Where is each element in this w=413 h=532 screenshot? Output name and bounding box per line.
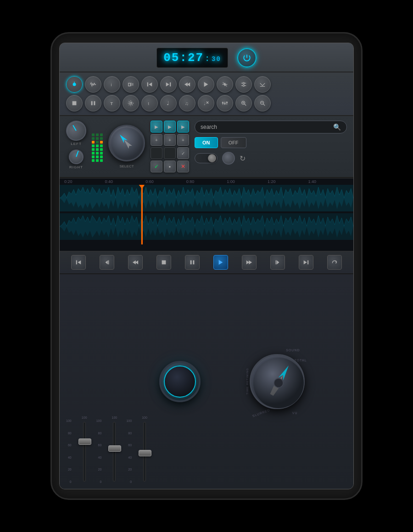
fader-track-1[interactable]: [83, 422, 86, 482]
btn-play[interactable]: [198, 76, 214, 93]
scale2-80: 80: [98, 432, 102, 435]
grid-btn-x[interactable]: ✕: [177, 161, 189, 172]
fader-track-2[interactable]: [113, 422, 116, 482]
svg-point-79: [274, 378, 283, 388]
btn-eq[interactable]: [235, 76, 252, 93]
btn-down[interactable]: [254, 76, 271, 93]
fader-channel-3: 100: [136, 416, 153, 483]
scale3-100: 100: [126, 419, 132, 422]
middle-section: LEFT RIGHT: [60, 116, 353, 178]
top-section: 05:27 : 30: [60, 43, 353, 72]
svg-text:♩: ♩: [167, 100, 169, 106]
btn-sync[interactable]: [123, 76, 139, 93]
grid-btn-sq1[interactable]: [151, 147, 162, 159]
btn-text[interactable]: T: [104, 95, 120, 111]
toggle-on-button[interactable]: ON: [195, 137, 218, 148]
btn-pause[interactable]: [85, 95, 101, 111]
svg-marker-63: [133, 260, 136, 265]
mini-round-knob[interactable]: [222, 152, 235, 165]
fader-scale-3: 100 80 60 40 20 0: [126, 419, 132, 483]
btn-lowercase-t[interactable]: t: [141, 95, 158, 111]
btn-note-x[interactable]: ♩: [198, 95, 214, 111]
refresh-icon[interactable]: ↻: [240, 154, 246, 163]
btn-note[interactable]: ♩: [160, 95, 177, 111]
svg-point-0: [73, 83, 76, 86]
search-bar[interactable]: 🔍: [195, 121, 347, 133]
svg-text:i: i: [111, 82, 112, 87]
waveform-canvas[interactable]: [60, 185, 353, 244]
grid-btn-check[interactable]: ✓: [151, 161, 162, 172]
search-input[interactable]: [201, 124, 330, 130]
playhead[interactable]: [142, 185, 143, 244]
btn-waveform[interactable]: [85, 76, 101, 93]
svg-marker-70: [249, 260, 252, 265]
mixer-section: 100 80 60 40 20 0 100 100 80: [60, 274, 353, 489]
scale-40: 40: [68, 456, 72, 459]
vu-dot-green: [92, 148, 95, 151]
btn-rewind[interactable]: [179, 76, 195, 93]
grid-btn-plus1[interactable]: +: [151, 134, 162, 146]
vu-col-3: [100, 133, 103, 162]
right-controls: 🔍 ON OFF ↻: [195, 121, 347, 172]
scale3-40: 40: [128, 456, 132, 459]
grid-btn-plus3[interactable]: +: [177, 134, 189, 146]
btn-zoom-in[interactable]: [235, 95, 252, 111]
btn-mixer[interactable]: [217, 95, 233, 111]
speed-knob[interactable]: [250, 354, 305, 409]
btn-record[interactable]: [66, 76, 83, 93]
btn-beamed-notes[interactable]: ♫: [179, 95, 195, 111]
select-knob[interactable]: [108, 125, 145, 161]
btn-stop[interactable]: [66, 95, 83, 111]
svg-marker-8: [149, 83, 152, 87]
btn-skip-fwd[interactable]: [160, 76, 177, 93]
svg-marker-14: [204, 82, 208, 87]
grid-btn-fwd[interactable]: ▶: [177, 121, 189, 133]
btn-fx1[interactable]: [217, 76, 233, 93]
fader-handle-1[interactable]: [78, 438, 91, 445]
btn-zoom-out[interactable]: [254, 95, 271, 111]
scale-0: 0: [70, 480, 72, 483]
playhead-marker: [140, 185, 145, 188]
fader-handle-2[interactable]: [108, 445, 121, 452]
transport-play[interactable]: [213, 255, 228, 270]
svg-rect-27: [73, 101, 77, 105]
svg-line-49: [263, 104, 265, 106]
fader-track-3[interactable]: [143, 422, 146, 482]
power-button[interactable]: [237, 48, 257, 67]
scale3-60: 60: [128, 443, 132, 447]
vu-dot: [100, 137, 103, 140]
fader-top-val-2: 100: [112, 416, 117, 419]
fader-scale: 100 80 60 40 20 0: [66, 419, 72, 483]
vu-dot-green: [100, 155, 103, 158]
grid-btn-play[interactable]: ▶: [164, 121, 176, 133]
transport-next[interactable]: [270, 255, 285, 270]
mini-toggle-1[interactable]: [195, 153, 218, 163]
scale2-100: 100: [96, 419, 102, 422]
transport-prev[interactable]: [100, 255, 114, 270]
grid-btn-check-top[interactable]: ✓: [177, 147, 189, 159]
vu-dot-green: [92, 144, 95, 147]
grid-btn-play-r[interactable]: ▶: [151, 121, 162, 133]
transport-rewind[interactable]: [128, 255, 143, 270]
btn-skip-back[interactable]: [141, 76, 158, 93]
transport-skip-end[interactable]: [299, 255, 313, 270]
grid-btn-plus2[interactable]: +: [164, 134, 176, 146]
toggle-off-button[interactable]: OFF: [221, 137, 246, 148]
transport-loop[interactable]: [327, 255, 342, 270]
right-knob[interactable]: [67, 147, 85, 166]
transport-stop[interactable]: [156, 255, 171, 270]
label-time-retiming: TIME RETIMING: [246, 368, 249, 394]
fader-group: 100 80 60 40 20 0 100 100 80: [66, 280, 153, 483]
grid-btn-sq2[interactable]: [164, 147, 176, 159]
transport-pause[interactable]: [185, 255, 200, 270]
vu-col-1: [92, 133, 95, 162]
transport-fastfwd[interactable]: [242, 255, 257, 270]
svg-point-31: [130, 102, 132, 104]
transport-skip-start[interactable]: [71, 255, 86, 270]
left-knob[interactable]: [62, 117, 90, 144]
fader-handle-3[interactable]: [139, 450, 151, 456]
volume-knob[interactable]: [159, 361, 201, 402]
btn-info[interactable]: i: [104, 76, 120, 93]
grid-btn-circle[interactable]: ●: [164, 161, 176, 172]
btn-settings[interactable]: [123, 95, 139, 111]
